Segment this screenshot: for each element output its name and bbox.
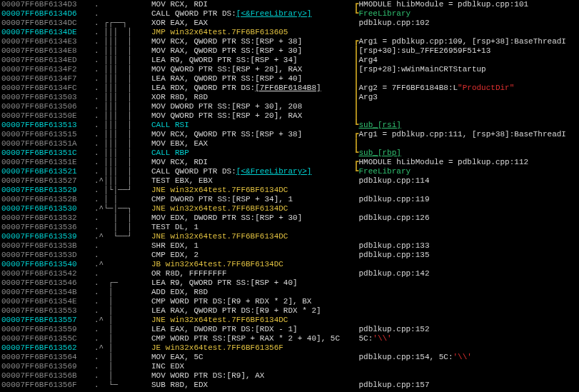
comment[interactable]: ┗FreeLibrary <box>351 167 579 176</box>
comment[interactable] <box>351 306 579 316</box>
disasm-row[interactable]: 00007FF6BF6134FC. │││ │ LEA RDX, QWORD P… <box>0 84 579 93</box>
comment[interactable] <box>351 260 579 269</box>
breakpoint-gutter[interactable] <box>84 381 94 390</box>
instruction[interactable]: XOR EAX, EAX <box>151 19 351 28</box>
breakpoint-gutter[interactable] <box>84 223 94 232</box>
disasm-row[interactable]: 00007FF6BF613539.^ └──┘ JNE win32x64test… <box>0 232 579 241</box>
address[interactable]: 00007FF6BF6134F7 <box>0 74 84 84</box>
breakpoint-gutter[interactable] <box>84 130 94 139</box>
address[interactable]: 00007FF6BF61352B <box>0 195 84 204</box>
address[interactable]: 00007FF6BF613506 <box>0 102 84 111</box>
breakpoint-gutter[interactable] <box>84 343 94 353</box>
instruction[interactable]: CALL QWORD PTR DS:[<&FreeLibrary>] <box>151 9 351 19</box>
comment[interactable]: pdblkup.cpp:142 <box>351 269 579 278</box>
instruction[interactable]: CMP EDX, 2 <box>151 251 351 260</box>
comment[interactable] <box>351 278 579 288</box>
breakpoint-gutter[interactable] <box>84 325 94 334</box>
breakpoint-gutter[interactable] <box>84 111 94 121</box>
comment[interactable] <box>351 204 579 213</box>
address[interactable]: 00007FF6BF6134D6 <box>0 9 84 19</box>
breakpoint-gutter[interactable] <box>84 9 94 19</box>
breakpoint-gutter[interactable] <box>84 139 94 149</box>
comment[interactable]: ┏HMODULE hLibModule = pdblkup.cpp:101 <box>351 0 579 9</box>
disasm-row[interactable]: 00007FF6BF61351C. │││ │ CALL RBP┗sub_[rb… <box>0 149 579 158</box>
address[interactable]: 00007FF6BF613521 <box>0 167 84 176</box>
disasm-row[interactable]: 00007FF6BF61351A. │││ │ MOV EBX, EAX┃ <box>0 139 579 149</box>
disasm-row[interactable]: 00007FF6BF61354B. │ ADD EDX, R8D <box>0 288 579 297</box>
breakpoint-gutter[interactable] <box>84 56 94 65</box>
instruction[interactable]: LEA R9, QWORD PTR SS:[RSP + 40] <box>151 278 351 288</box>
address[interactable]: 00007FF6BF613515 <box>0 130 84 139</box>
instruction[interactable]: CALL RSI <box>151 121 351 130</box>
comment[interactable]: ┗FreeLibrary <box>351 9 579 19</box>
disasm-row[interactable]: 00007FF6BF61356B. │ MOV WORD PTR DS:[R9]… <box>0 371 579 381</box>
comment[interactable]: pdblkup.cpp:133 <box>351 241 579 251</box>
address[interactable]: 00007FF6BF613530 <box>0 204 84 213</box>
address[interactable]: 00007FF6BF613559 <box>0 325 84 334</box>
comment[interactable]: ┃ <box>351 111 579 121</box>
address[interactable]: 00007FF6BF61353D <box>0 251 84 260</box>
disasm-row[interactable]: 00007FF6BF61353D. CMP EDX, 2 pdblkup.cpp… <box>0 251 579 260</box>
address[interactable]: 00007FF6BF61356B <box>0 371 84 381</box>
disasm-row[interactable]: 00007FF6BF61351E. │││ │ MOV RCX, RDI┏HMO… <box>0 158 579 167</box>
address[interactable]: 00007FF6BF6134FC <box>0 84 84 93</box>
instruction[interactable]: LEA RAX, QWORD PTR DS:[R9 + RDX * 2] <box>151 306 351 316</box>
breakpoint-gutter[interactable] <box>84 334 94 343</box>
instruction[interactable]: MOV QWORD PTR SS:[RSP + 28], RAX <box>151 65 351 74</box>
comment[interactable] <box>351 316 579 325</box>
breakpoint-gutter[interactable] <box>84 278 94 288</box>
disasm-row[interactable]: 00007FF6BF6134D3. MOV RCX, RDI┏HMODULE h… <box>0 0 579 9</box>
address[interactable]: 00007FF6BF61356F <box>0 381 84 390</box>
instruction[interactable]: MOV RAX, QWORD PTR SS:[RSP + 30] <box>151 46 351 56</box>
instruction[interactable]: MOV RCX, RDI <box>151 0 351 9</box>
address[interactable]: 00007FF6BF61354B <box>0 288 84 297</box>
breakpoint-gutter[interactable] <box>84 0 94 9</box>
instruction[interactable]: MOV EDX, DWORD PTR SS:[RSP + 30] <box>151 213 351 223</box>
address[interactable]: 00007FF6BF61355C <box>0 334 84 343</box>
comment[interactable]: pdblkup.cpp:119 <box>351 195 579 204</box>
disasm-row[interactable]: 00007FF6BF613562.^ │ JE win32x64test.7FF… <box>0 343 579 353</box>
address[interactable]: 00007FF6BF6134ED <box>0 56 84 65</box>
disasm-row[interactable]: 00007FF6BF61350E. │││ │ MOV QWORD PTR SS… <box>0 111 579 121</box>
breakpoint-gutter[interactable] <box>84 46 94 56</box>
address[interactable]: 00007FF6BF613569 <box>0 362 84 371</box>
disasm-row[interactable]: 00007FF6BF6134DE. │││ │ JMP win32x64test… <box>0 28 579 37</box>
instruction[interactable]: CALL QWORD PTR DS:[<&FreeLibrary>] <box>151 167 351 176</box>
breakpoint-gutter[interactable] <box>84 204 94 213</box>
instruction[interactable]: MOV DWORD PTR SS:[RSP + 30], 208 <box>151 102 351 111</box>
address[interactable]: 00007FF6BF613539 <box>0 232 84 241</box>
disasm-row[interactable]: 00007FF6BF613506. │││ │ MOV DWORD PTR SS… <box>0 102 579 111</box>
disasm-row[interactable]: 00007FF6BF61356F. └─ SUB R8D, EDX pdblku… <box>0 381 579 390</box>
instruction[interactable]: JB win32x64test.7FF6BF6134DC <box>151 260 351 269</box>
address[interactable]: 00007FF6BF613503 <box>0 93 84 102</box>
instruction[interactable]: MOV RCX, QWORD PTR SS:[RSP + 38] <box>151 130 351 139</box>
instruction[interactable]: SHR EDX, 1 <box>151 241 351 251</box>
disasm-row[interactable]: 00007FF6BF613540.^ JB win32x64test.7FF6B… <box>0 260 579 269</box>
breakpoint-gutter[interactable] <box>84 251 94 260</box>
comment[interactable]: ┏HMODULE hLibModule = pdblkup.cpp:112 <box>351 158 579 167</box>
address[interactable]: 00007FF6BF613546 <box>0 278 84 288</box>
breakpoint-gutter[interactable] <box>84 306 94 316</box>
disasm-row[interactable]: 00007FF6BF613521. │││ │ CALL QWORD PTR D… <box>0 167 579 176</box>
address[interactable]: 00007FF6BF61351A <box>0 139 84 149</box>
instruction[interactable]: LEA RDX, QWORD PTR DS:[7FF6BF6184B8] <box>151 84 351 93</box>
disasm-row[interactable]: 00007FF6BF6134ED. │││ │ LEA R9, QWORD PT… <box>0 56 579 65</box>
disasm-row[interactable]: 00007FF6BF61355C. │ CMP WORD PTR SS:[RSP… <box>0 334 579 343</box>
address[interactable]: 00007FF6BF6134E8 <box>0 46 84 56</box>
disasm-row[interactable]: 00007FF6BF613557.^ │ JNE win32x64test.7F… <box>0 316 579 325</box>
instruction[interactable]: MOV RCX, QWORD PTR SS:[RSP + 38] <box>151 37 351 46</box>
instruction[interactable]: MOV RCX, RDI <box>151 158 351 167</box>
disasm-row[interactable]: 00007FF6BF6134D6. CALL QWORD PTR DS:[<&F… <box>0 9 579 19</box>
instruction[interactable]: CMP WORD PTR DS:[R9 + RDX * 2], BX <box>151 297 351 306</box>
disasm-row[interactable]: 00007FF6BF6134E8. │││ │ MOV RAX, QWORD P… <box>0 46 579 56</box>
comment[interactable]: ┃ <box>351 74 579 84</box>
comment[interactable]: pdblkup.cpp:114 <box>351 176 579 186</box>
address[interactable]: 00007FF6BF613564 <box>0 353 84 362</box>
disasm-row[interactable]: 00007FF6BF613546. ┌─ LEA R9, QWORD PTR S… <box>0 278 579 288</box>
address[interactable]: 00007FF6BF613527 <box>0 176 84 186</box>
comment[interactable] <box>351 288 579 297</box>
address[interactable]: 00007FF6BF61350E <box>0 111 84 121</box>
breakpoint-gutter[interactable] <box>84 232 94 241</box>
comment[interactable] <box>351 186 579 195</box>
instruction[interactable]: TEST DL, 1 <box>151 223 351 232</box>
